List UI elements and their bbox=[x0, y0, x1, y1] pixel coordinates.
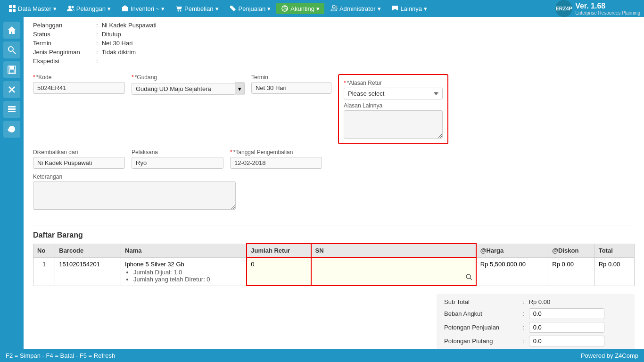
table-row: 1 151020154201 Iphone 5 Silver 32 Gb Jum… bbox=[33, 257, 635, 286]
nav-akunting[interactable]: $ Akunting ▾ bbox=[276, 3, 324, 14]
svg-line-25 bbox=[470, 278, 472, 280]
info-row-jenis-pengiriman: Jenis Pengiriman : Tidak dikirim bbox=[33, 49, 635, 56]
alasan-box: *Alasan Retur Please select Barang Rusak… bbox=[338, 74, 448, 144]
sidebar-search-icon[interactable] bbox=[3, 41, 20, 58]
form-row-3: Keterangan bbox=[33, 173, 635, 210]
form-group-keterangan: Keterangan bbox=[33, 173, 236, 210]
summary-potongan-penjualan-row: Potongan Penjualan : bbox=[444, 322, 627, 333]
pelaksana-input[interactable] bbox=[132, 157, 223, 169]
td-sn bbox=[311, 257, 476, 286]
info-section: Pelanggan : Ni Kadek Puspawati Status : … bbox=[33, 22, 635, 65]
td-harga: Rp 5,500,000.00 bbox=[476, 257, 548, 286]
alasan-lainnya-label: Alasan Lainnya bbox=[344, 102, 443, 109]
form-group-tanggal: *Tanggal Pengembalian bbox=[230, 149, 322, 169]
table-wrap: No Barcode Nama Jumlah Retur SN @Harga @… bbox=[33, 243, 635, 286]
keterangan-textarea[interactable] bbox=[33, 181, 236, 210]
gudang-label: *Gudang bbox=[132, 74, 245, 81]
svg-rect-2 bbox=[9, 9, 12, 12]
nav-pelanggan[interactable]: Pelanggan ▾ bbox=[62, 3, 116, 14]
form-group-termin: Termin bbox=[251, 74, 331, 94]
keterangan-label: Keterangan bbox=[33, 173, 236, 180]
form-row-1: *Kode *Gudang ▾ Termin *Alasan Ret bbox=[33, 74, 635, 144]
summary-potongan-piutang-row: Potongan Piutang : bbox=[444, 336, 627, 346]
jumlah-retur-input[interactable] bbox=[251, 261, 289, 268]
termin-input[interactable] bbox=[251, 82, 331, 94]
info-row-status: Status : Ditutup bbox=[33, 31, 635, 38]
sidebar-save-icon[interactable] bbox=[3, 61, 20, 78]
nav-lainnya[interactable]: Lainnya ▾ bbox=[387, 3, 432, 14]
svg-point-24 bbox=[466, 274, 471, 279]
summary-section: Sub Total : Rp 0.00 Beban Angkut : Poton… bbox=[33, 294, 635, 349]
svg-rect-21 bbox=[8, 106, 16, 107]
nav-penjualan[interactable]: Penjualan ▾ bbox=[224, 3, 276, 14]
gudang-dropdown-button[interactable]: ▾ bbox=[235, 82, 245, 95]
nav-inventori[interactable]: Inventori ~ ▾ bbox=[116, 3, 169, 14]
sub-total-value: Rp 0.00 bbox=[529, 298, 551, 305]
svg-rect-22 bbox=[8, 108, 16, 110]
sub-total-label: Sub Total bbox=[444, 298, 520, 305]
svg-text:$: $ bbox=[283, 5, 287, 12]
info-row-pelanggan: Pelanggan : Ni Kadek Puspawati bbox=[33, 22, 635, 29]
nav-data-master[interactable]: Data Master ▾ bbox=[4, 3, 61, 14]
th-jumlah-retur: Jumlah Retur bbox=[247, 244, 311, 257]
barang-table: No Barcode Nama Jumlah Retur SN @Harga @… bbox=[33, 243, 635, 286]
sn-search-icon[interactable] bbox=[465, 273, 473, 282]
form-row-2: Dikembalikan dari Pelaksana *Tanggal Pen… bbox=[33, 149, 635, 169]
svg-rect-3 bbox=[13, 9, 16, 12]
th-total: Total bbox=[594, 244, 634, 257]
svg-point-4 bbox=[68, 6, 71, 8]
svg-point-10 bbox=[231, 7, 232, 8]
th-barcode: Barcode bbox=[55, 244, 121, 257]
beban-angkut-input[interactable] bbox=[529, 308, 604, 319]
daftar-barang-title: Daftar Barang bbox=[33, 231, 635, 239]
info-row-termin: Termin : Net 30 Hari bbox=[33, 40, 635, 47]
td-barcode: 151020154201 bbox=[55, 257, 121, 286]
tanggal-label: *Tanggal Pengembalian bbox=[230, 149, 322, 156]
th-sn: SN bbox=[311, 244, 476, 257]
nav-pembelian[interactable]: Pembelian ▾ bbox=[170, 3, 223, 14]
form-group-alasan-retur: *Alasan Retur Please select Barang Rusak… bbox=[344, 80, 443, 99]
potongan-penjualan-label: Potongan Penjualan bbox=[444, 324, 520, 331]
summary-beban-angkut-row: Beban Angkut : bbox=[444, 308, 627, 319]
termin-label: Termin bbox=[251, 74, 331, 81]
svg-point-8 bbox=[178, 10, 179, 12]
brand-logo: ERZ4P bbox=[555, 0, 572, 17]
svg-point-9 bbox=[180, 10, 182, 12]
kode-input[interactable] bbox=[33, 82, 125, 94]
svg-rect-1 bbox=[13, 5, 16, 8]
bottom-bar: F2 = Simpan - F4 = Batal - F5 = Refresh … bbox=[0, 349, 644, 362]
svg-rect-18 bbox=[9, 70, 14, 73]
sidebar-close-icon[interactable] bbox=[3, 81, 20, 98]
form-group-dikembalikan: Dikembalikan dari bbox=[33, 149, 125, 169]
form-group-gudang: *Gudang ▾ bbox=[132, 74, 245, 95]
alasan-lainnya-textarea[interactable] bbox=[344, 110, 443, 139]
potongan-piutang-input[interactable] bbox=[529, 336, 604, 346]
nav-administrator[interactable]: Administrator ▾ bbox=[325, 3, 386, 14]
main-content: Pelanggan : Ni Kadek Puspawati Status : … bbox=[24, 17, 644, 349]
table-header-row: No Barcode Nama Jumlah Retur SN @Harga @… bbox=[33, 244, 635, 257]
td-nama: Iphone 5 Silver 32 Gb Jumlah Dijual: 1.0… bbox=[121, 257, 247, 286]
sidebar-refresh-icon[interactable] bbox=[3, 121, 20, 138]
th-diskon: @Diskon bbox=[548, 244, 594, 257]
svg-rect-0 bbox=[9, 5, 12, 8]
form-group-kode: *Kode bbox=[33, 74, 125, 94]
jumlah-dijual-info: Jumlah Dijual: 1.0 bbox=[133, 269, 242, 276]
td-no: 1 bbox=[33, 257, 55, 286]
th-harga: @Harga bbox=[476, 244, 548, 257]
alasan-retur-select[interactable]: Please select Barang Rusak Barang Salah … bbox=[344, 88, 443, 99]
beban-angkut-label: Beban Angkut bbox=[444, 310, 520, 317]
potongan-penjualan-input[interactable] bbox=[529, 322, 604, 333]
dikembalikan-input[interactable] bbox=[33, 157, 125, 169]
gudang-input[interactable] bbox=[132, 83, 235, 95]
shortcuts-text: F2 = Simpan - F4 = Batal - F5 = Refresh bbox=[6, 352, 115, 359]
sidebar-home-icon[interactable] bbox=[3, 22, 20, 39]
svg-point-5 bbox=[71, 6, 74, 8]
th-nama: Nama bbox=[121, 244, 247, 257]
top-navigation: Data Master ▾ Pelanggan ▾ Inventori ~ ▾ … bbox=[0, 0, 644, 17]
tanggal-input[interactable] bbox=[230, 157, 322, 169]
sidebar-list-icon[interactable] bbox=[3, 101, 20, 118]
alasan-retur-label: *Alasan Retur bbox=[344, 80, 443, 86]
summary-table: Sub Total : Rp 0.00 Beban Angkut : Poton… bbox=[437, 294, 635, 349]
brand-area: ERZ4P Ver. 1.68 Enterprise Resources Pla… bbox=[555, 0, 640, 17]
sn-input[interactable] bbox=[315, 261, 461, 268]
